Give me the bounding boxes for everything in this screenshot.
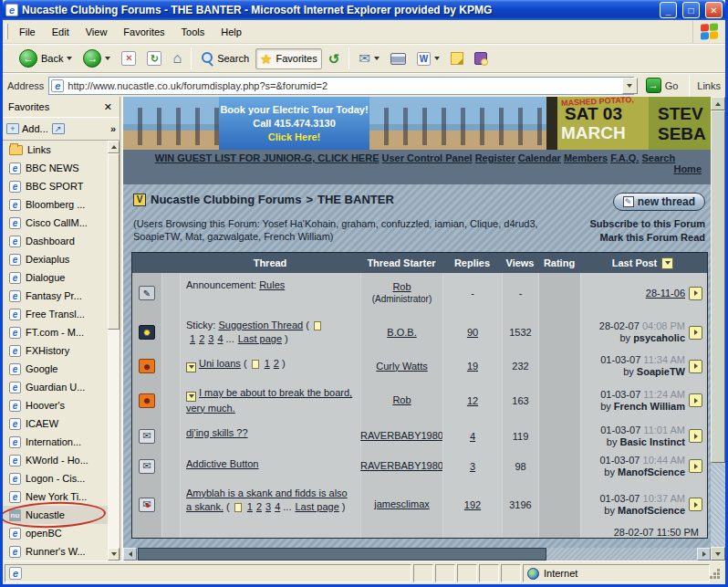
favorites-item-links[interactable]: Links [3,141,108,159]
last-poster-name[interactable]: Basic Instinct [619,436,685,447]
favorites-item-dashboard[interactable]: eDashboard [3,232,108,250]
scroll-down-icon[interactable] [108,548,120,561]
menu-grip[interactable] [5,24,8,39]
favorites-item-google[interactable]: eGoogle [3,360,108,378]
favorites-item-cisco-callm[interactable]: eCisco CallM... [3,214,108,232]
scroll-right-icon[interactable] [697,548,711,561]
browsing-user-link[interactable]: confuzzled [381,218,430,229]
thread-title-link[interactable]: Rules [259,279,285,290]
browsing-user-link[interactable]: iamian [434,218,463,229]
goto-first-unread-icon[interactable] [186,392,196,402]
page-link[interactable]: Last page [238,333,282,344]
favorites-item-openbc[interactable]: eopenBC [3,524,108,542]
starter-link[interactable]: jamesclimax [374,498,430,510]
page-link[interactable]: 3 [265,501,271,512]
goto-first-unread-icon[interactable] [186,362,196,372]
event-banner[interactable]: MASHED POTATO, SAT 03 MARCH STEVSEBA [546,97,711,150]
goto-last-post-icon[interactable] [689,498,702,511]
nav-link-register[interactable]: Register [475,152,515,163]
mail-dropdown-icon[interactable] [374,57,380,60]
column-header-views[interactable]: Views [502,253,538,273]
menu-view[interactable]: View [78,20,116,43]
page-link[interactable]: 1 [247,501,253,512]
last-poster-name[interactable]: French William [614,401,685,412]
replies-link[interactable]: 19 [467,361,478,372]
menu-favorites[interactable]: Favorites [115,20,172,43]
scroll-down-icon[interactable] [711,547,725,561]
favorites-item-guardian-u[interactable]: eGuardian U... [3,378,108,396]
menu-help[interactable]: Help [213,20,250,43]
thread-title-link[interactable]: Uni loans [199,358,241,369]
starter-link[interactable]: B.O.B. [387,327,416,339]
toolbar-overflow-chevron-icon[interactable]: » [110,123,116,134]
goto-last-post-icon[interactable] [689,326,702,340]
nav-link-user-control-panel[interactable]: User Control Panel [382,152,473,163]
new-thread-button[interactable]: ✎ new thread [613,193,705,211]
favorites-item-bloomberg[interactable]: eBloomberg ... [3,195,108,214]
favorites-item-internation[interactable]: eInternation... [3,433,108,451]
favorites-item-kworld-ho[interactable]: eKWorld - Ho... [3,451,108,469]
segway-ad-banner[interactable]: Book your Electric Tour Today! Call 415.… [219,97,369,150]
stop-button[interactable]: ✕ [117,47,140,69]
favorites-item-hoover-s[interactable]: eHoover's [3,396,108,414]
favorites-item-ft-com-m[interactable]: eFT.com - M... [3,323,108,341]
hscrollbar-thumb[interactable] [138,548,546,561]
browsing-user-link[interactable]: Clique [470,218,498,229]
page-link[interactable]: 1 [190,333,195,344]
nav-link-calendar[interactable]: Calendar [518,152,561,163]
search-button[interactable]: Search [196,48,254,68]
favorites-item-logon-cis[interactable]: eLogon - Cis... [3,469,108,487]
last-poster-name[interactable]: ManofScience [618,505,685,516]
forward-dropdown-icon[interactable] [105,57,110,60]
research-button[interactable] [470,48,492,68]
back-button[interactable]: ← Back [15,46,77,71]
add-favorite-button[interactable]: + Add... [6,123,48,134]
back-dropdown-icon[interactable] [67,57,72,60]
mail-button[interactable]: ✉ [354,48,384,68]
resize-grip[interactable] [712,564,723,582]
browsing-user-link[interactable]: graham [341,218,375,229]
favorites-item-bbc-sport[interactable]: eBBC SPORT [3,177,108,195]
scroll-left-icon[interactable] [123,548,137,561]
nav-link-members[interactable]: Members [564,152,608,163]
organize-favorites-button[interactable]: ↗ Organize... [52,123,67,134]
thread-title-link[interactable]: Addictive Button [186,458,259,469]
favorites-item-fantasy-pr[interactable]: eFantasy Pr... [3,287,108,305]
go-button[interactable]: → Go [642,78,682,93]
favorites-item-bbc-news[interactable]: eBBC NEWS [3,159,108,177]
history-button[interactable]: ↺ [324,48,345,69]
column-header-thread[interactable]: Thread [180,253,360,273]
goto-last-post-icon[interactable] [689,429,702,443]
favorites-button[interactable]: ★ Favorites [255,48,322,69]
column-header-last-post[interactable]: Last Post [580,253,705,273]
edit-with-word-button[interactable]: W [412,48,444,69]
column-header-thread-starter[interactable]: Thread Starter [360,253,442,273]
goto-last-post-icon[interactable] [689,360,702,373]
close-button[interactable]: ✕ [705,2,723,18]
subscribe-link[interactable]: Subscribe to this Forum [589,217,705,231]
starter-link[interactable]: RAVERBABY1980 [360,430,443,442]
starter-link[interactable]: RAVERBABY1980 [360,460,443,472]
browsing-user-link[interactable]: d4rud3 [504,218,535,229]
print-button[interactable] [386,49,411,68]
page-link[interactable]: 2 [256,501,262,512]
page-link[interactable]: 2 [274,358,279,369]
page-link[interactable]: 1 [265,358,270,369]
scrollbar-thumb[interactable] [108,153,120,330]
browsing-user-link[interactable]: Yosef Ha'Kohain [263,218,337,229]
last-post-date-link[interactable]: 28-11-06 [646,288,685,299]
favorites-item-icaew[interactable]: eICAEW [3,414,108,433]
page-link[interactable]: 4 [275,501,280,512]
replies-link[interactable]: 12 [467,395,478,406]
maximize-button[interactable]: □ [682,2,700,18]
links-toolbar-label[interactable]: Links [697,80,721,91]
scroll-up-icon[interactable] [108,141,120,153]
discuss-button[interactable] [446,48,468,68]
nav-link-win-guest-list-for-junio[interactable]: WIN GUEST LIST FOR JUNIOR-G, CLICK HERE [155,152,380,163]
favorites-item-runner-s-w[interactable]: eRunner's W... [3,542,108,561]
address-input[interactable]: e http://www.nucastle.co.uk/forumdisplay… [48,77,633,95]
menu-tools[interactable]: Tools [173,20,213,43]
vscrollbar-thumb[interactable] [711,110,725,463]
nav-link-search[interactable]: Search [641,152,675,163]
last-poster-name[interactable]: ManofScience [618,466,685,477]
